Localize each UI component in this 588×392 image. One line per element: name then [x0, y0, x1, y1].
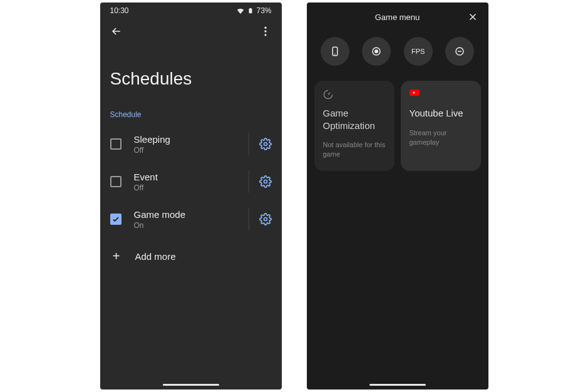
settings-button-sleeping[interactable] [252, 138, 279, 150]
row-divider [249, 170, 249, 193]
dnd-button[interactable] [445, 37, 474, 66]
gear-icon [259, 175, 272, 188]
page-title: Schedules [100, 46, 282, 110]
schedule-row-event[interactable]: Event Off [100, 163, 282, 200]
schedule-sub: Off [134, 146, 246, 155]
svg-point-7 [264, 218, 267, 221]
status-time: 10:30 [110, 6, 129, 15]
card-youtube-live[interactable]: Youtube Live Stream your gameplay [401, 81, 481, 171]
dnd-icon [454, 46, 465, 57]
card-title: Game Optimization [323, 107, 386, 132]
schedule-title: Game mode [134, 209, 246, 220]
arrow-left-icon [110, 25, 123, 38]
screenshot-button[interactable] [321, 37, 349, 66]
record-button[interactable] [362, 37, 391, 66]
schedule-sub: On [134, 221, 246, 230]
schedule-text: Game mode On [134, 209, 246, 230]
home-indicator[interactable] [369, 384, 426, 386]
plus-icon: + [110, 249, 123, 264]
row-divider [249, 208, 249, 230]
card-game-optimization[interactable]: Game Optimization Not available for this… [314, 81, 395, 171]
checkbox-sleeping[interactable] [110, 138, 121, 150]
fps-label: FPS [411, 48, 425, 55]
schedule-text: Sleeping Off [134, 134, 246, 155]
status-right: 73% [236, 6, 271, 15]
phone-schedules: 10:30 73% Schedules Schedule Sleeping Of… [100, 3, 282, 389]
wifi-icon [236, 6, 245, 15]
svg-point-4 [264, 34, 266, 36]
schedule-title: Event [134, 172, 246, 182]
app-bar [100, 16, 282, 46]
card-sub: Stream your gameplay [410, 128, 472, 148]
record-icon [371, 46, 382, 57]
svg-point-2 [264, 27, 266, 29]
section-label: Schedule [100, 110, 282, 125]
battery-icon [247, 6, 254, 15]
fps-button[interactable]: FPS [404, 37, 433, 66]
svg-rect-0 [249, 9, 252, 14]
card-sub: Not available for this game [323, 140, 386, 160]
schedule-sub: Off [134, 183, 246, 192]
schedule-title: Sleeping [134, 134, 246, 145]
battery-percent: 73% [256, 6, 271, 15]
quick-action-row: FPS [307, 34, 488, 81]
check-icon [111, 215, 120, 224]
card-row: Game Optimization Not available for this… [307, 81, 488, 171]
phone-icon [329, 46, 341, 57]
schedule-text: Event Off [134, 172, 246, 192]
overflow-button[interactable] [259, 25, 272, 40]
settings-button-event[interactable] [252, 175, 279, 188]
checkbox-event[interactable] [110, 176, 121, 187]
more-vert-icon [259, 25, 272, 38]
add-more-label: Add more [135, 251, 176, 262]
row-divider [249, 133, 249, 155]
youtube-icon [410, 90, 472, 101]
status-bar: 10:30 73% [100, 3, 282, 16]
back-button[interactable] [110, 25, 123, 40]
settings-button-game-mode[interactable] [252, 213, 279, 225]
home-indicator[interactable] [163, 384, 219, 386]
checkbox-game-mode[interactable] [110, 214, 121, 225]
svg-rect-1 [250, 8, 252, 9]
phone-game-menu: Game menu FPS Game Optimization Not avai… [307, 3, 488, 389]
speedometer-icon [323, 90, 386, 101]
add-more-button[interactable]: + Add more [100, 238, 282, 275]
close-icon [467, 11, 478, 23]
game-menu-header: Game menu [307, 3, 488, 34]
svg-point-11 [375, 50, 378, 53]
schedule-row-sleeping[interactable]: Sleeping Off [100, 125, 282, 163]
svg-point-6 [264, 180, 267, 183]
gear-icon [259, 138, 272, 150]
gear-icon [259, 213, 272, 225]
svg-point-3 [264, 30, 266, 32]
close-button[interactable] [467, 11, 478, 25]
schedule-row-game-mode[interactable]: Game mode On [100, 200, 282, 238]
card-title: Youtube Live [410, 107, 472, 120]
game-menu-title: Game menu [375, 13, 420, 22]
svg-point-5 [264, 143, 267, 146]
